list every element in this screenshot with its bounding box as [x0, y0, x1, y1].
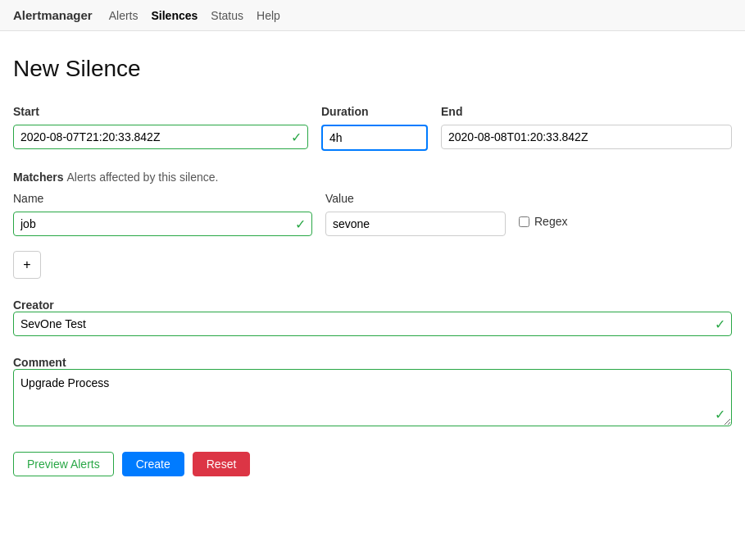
end-input[interactable] [441, 125, 732, 149]
duration-label: Duration [321, 105, 428, 118]
creator-check-icon: ✓ [715, 316, 725, 332]
matcher-value-input[interactable] [325, 212, 506, 236]
value-col-label: Value [325, 192, 506, 205]
comment-textarea-wrapper: ✓ [13, 369, 732, 429]
matcher-name-wrapper: ✓ [13, 212, 312, 236]
matchers-header: MatchersAlerts affected by this silence. [13, 171, 732, 184]
regex-checkbox[interactable] [519, 216, 529, 227]
end-group: End [441, 105, 732, 149]
matchers-desc: Alerts affected by this silence. [66, 171, 218, 184]
time-row: Start ✓ Duration End [13, 105, 732, 151]
matchers-section: MatchersAlerts affected by this silence.… [13, 171, 732, 279]
matchers-cols: Name ✓ Value Regex [13, 192, 732, 236]
page-title: New Silence [13, 56, 732, 82]
comment-label: Comment [13, 356, 66, 369]
creator-label: Creator [13, 298, 54, 312]
start-label: Start [13, 105, 308, 118]
nav-status[interactable]: Status [211, 9, 243, 22]
start-input-wrapper: ✓ [13, 125, 308, 149]
navbar-brand: Alertmanager [13, 8, 93, 22]
add-matcher-button[interactable]: + [13, 251, 41, 279]
start-check-icon: ✓ [291, 130, 302, 145]
matcher-name-input[interactable] [13, 212, 312, 236]
duration-input-wrapper [321, 125, 428, 151]
matcher-name-group: Name ✓ [13, 192, 312, 236]
matcher-name-check-icon: ✓ [295, 216, 306, 232]
creator-input[interactable] [13, 312, 732, 336]
nav-silences[interactable]: Silences [152, 9, 198, 22]
duration-input[interactable] [321, 125, 428, 151]
comment-check-icon: ✓ [715, 407, 725, 422]
reset-button[interactable]: Reset [193, 452, 251, 476]
start-group: Start ✓ [13, 105, 308, 149]
navbar: Alertmanager Alerts Silences Status Help [0, 0, 745, 31]
nav-help[interactable]: Help [257, 9, 280, 22]
matcher-value-group: Value [325, 192, 506, 236]
duration-group: Duration [321, 105, 428, 151]
matcher-value-wrapper [325, 212, 506, 236]
matchers-label: Matchers [13, 171, 63, 184]
end-label: End [441, 105, 732, 118]
start-input[interactable] [13, 125, 308, 149]
preview-alerts-button[interactable]: Preview Alerts [13, 452, 114, 476]
creator-section: Creator ✓ [13, 298, 732, 336]
nav-alerts[interactable]: Alerts [109, 9, 139, 22]
action-buttons: Preview Alerts Create Reset [13, 452, 732, 476]
name-col-label: Name [13, 192, 312, 205]
navbar-links: Alerts Silences Status Help [109, 9, 280, 22]
create-button[interactable]: Create [122, 452, 184, 476]
comment-textarea[interactable] [13, 369, 732, 426]
regex-label[interactable]: Regex [534, 215, 567, 228]
creator-input-wrapper: ✓ [13, 312, 732, 336]
matcher-regex-group: Regex [519, 215, 567, 228]
main-content: New Silence Start ✓ Duration End Matcher… [0, 31, 745, 493]
comment-section: Comment ✓ [13, 356, 732, 429]
end-input-wrapper [441, 125, 732, 149]
